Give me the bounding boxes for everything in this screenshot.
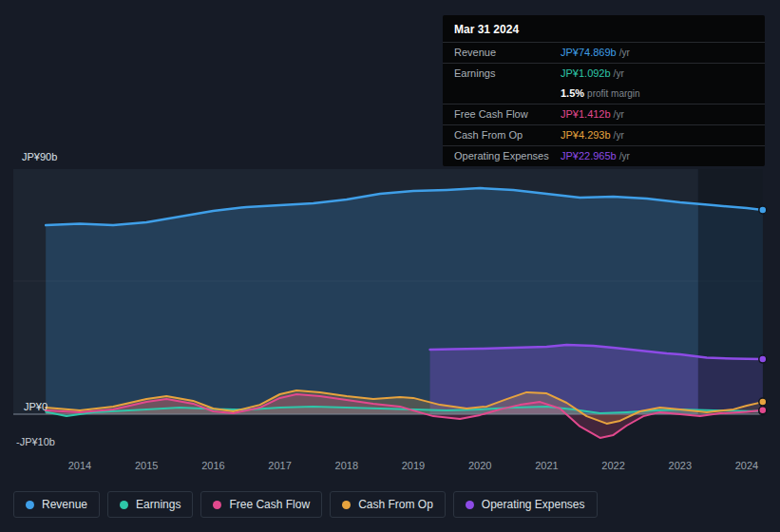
free-cash-flow-legend-dot-icon: [213, 501, 221, 509]
operating_expenses-endpoint-marker: [759, 355, 767, 363]
x-tick-label: 2017: [261, 460, 299, 471]
legend-label-operating-expenses: Operating Expenses: [482, 498, 585, 511]
tooltip-revenue-value: JP¥74.869b: [561, 47, 617, 58]
legend-label-earnings: Earnings: [136, 498, 181, 511]
legend-item-operating-expenses[interactable]: Operating Expenses: [453, 491, 598, 518]
x-tick-label: 2020: [461, 460, 499, 471]
x-tick-label: 2022: [595, 460, 633, 471]
free_cash_flow-endpoint-marker: [759, 407, 767, 414]
legend-label-revenue: Revenue: [42, 498, 87, 511]
revenue-legend-dot-icon: [26, 501, 34, 509]
x-tick-label: 2015: [127, 460, 165, 471]
tooltip-fcf-value: JP¥1.412b: [561, 108, 611, 120]
tooltip-row-cash-from-op: Cash From Op JP¥4.293b/yr: [443, 125, 765, 145]
tooltip-cashop-value: JP¥4.293b: [561, 129, 611, 141]
tooltip-opex-value: JP¥22.965b: [561, 150, 617, 162]
chart-legend: Revenue Earnings Free Cash Flow Cash Fro…: [13, 491, 598, 518]
tooltip-profit-margin-value: 1.5%: [561, 87, 584, 99]
data-tooltip: Mar 31 2024 Revenue JP¥74.869b/yr Earnin…: [443, 15, 765, 166]
y-axis-label-zero: JP¥0: [24, 401, 48, 412]
operating-expenses-legend-dot-icon: [466, 501, 474, 509]
tooltip-earnings-label: Earnings: [454, 66, 561, 80]
revenue-endpoint-marker: [759, 206, 767, 214]
tooltip-cashop-suffix: /yr: [614, 130, 624, 141]
x-axis: 2014201520162017201820192020202120222023…: [0, 460, 780, 475]
legend-item-cash-from-op[interactable]: Cash From Op: [330, 491, 446, 518]
x-tick-label: 2019: [394, 460, 432, 471]
tooltip-row-earnings: Earnings JP¥1.092b/yr: [443, 64, 765, 84]
legend-item-free-cash-flow[interactable]: Free Cash Flow: [200, 491, 322, 518]
tooltip-fcf-label: Free Cash Flow: [454, 107, 561, 121]
tooltip-row-revenue: Revenue JP¥74.869b/yr: [443, 43, 765, 63]
tooltip-opex-suffix: /yr: [619, 151, 630, 162]
legend-label-cash-from-op: Cash From Op: [358, 498, 433, 511]
legend-item-revenue[interactable]: Revenue: [13, 491, 100, 518]
tooltip-row-operating-expenses: Operating Expenses JP¥22.965b/yr: [443, 146, 765, 166]
x-tick-label: 2014: [61, 460, 99, 471]
cash-from-op-legend-dot-icon: [342, 501, 351, 509]
tooltip-cashop-label: Cash From Op: [454, 128, 561, 142]
tooltip-row-profit-margin: 1.5%profit margin: [443, 84, 765, 104]
cash_from_op-endpoint-marker: [759, 398, 767, 406]
tooltip-opex-label: Operating Expenses: [454, 149, 561, 162]
x-tick-label: 2024: [728, 460, 766, 471]
tooltip-revenue-label: Revenue: [454, 46, 561, 59]
financials-chart-page: JP¥90b JP¥0 -JP¥10b 20142015201620172018…: [0, 0, 780, 532]
x-tick-label: 2023: [661, 460, 699, 471]
tooltip-fcf-suffix: /yr: [614, 109, 624, 120]
y-axis-label-neg10b: -JP¥10b: [16, 436, 55, 447]
x-tick-label: 2018: [328, 460, 366, 471]
tooltip-row-free-cash-flow: Free Cash Flow JP¥1.412b/yr: [443, 104, 765, 124]
legend-item-earnings[interactable]: Earnings: [107, 491, 193, 518]
tooltip-revenue-suffix: /yr: [619, 48, 630, 58]
tooltip-earnings-suffix: /yr: [614, 68, 624, 79]
x-tick-label: 2016: [194, 460, 232, 471]
earnings-legend-dot-icon: [120, 501, 128, 509]
y-axis-label-90b: JP¥90b: [22, 151, 57, 162]
legend-label-free-cash-flow: Free Cash Flow: [229, 498, 310, 511]
tooltip-earnings-value: JP¥1.092b: [561, 67, 611, 79]
tooltip-profit-margin-label: profit margin: [587, 88, 640, 99]
tooltip-date: Mar 31 2024: [443, 15, 765, 42]
x-tick-label: 2021: [527, 460, 565, 471]
